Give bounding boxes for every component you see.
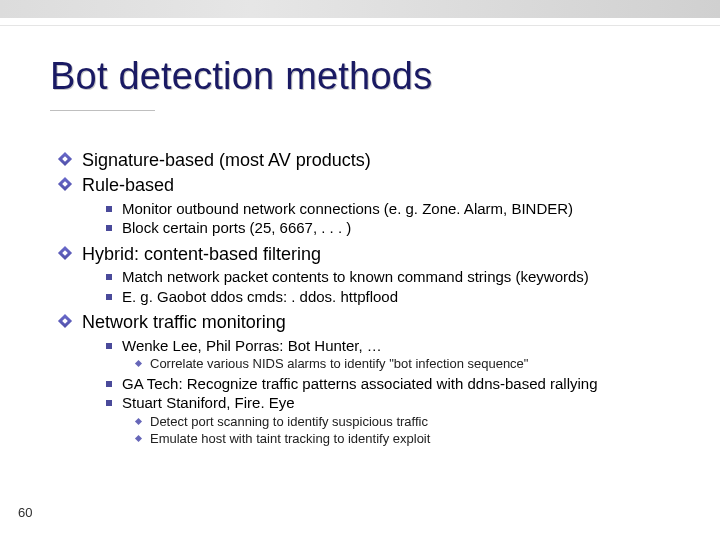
- bullet-l1: Rule-based: [60, 175, 680, 197]
- bullet-l2-list: Match network packet contents to known c…: [60, 268, 680, 306]
- bullet-l2-list: Wenke Lee, Phil Porras: Bot Hunter, … Co…: [60, 337, 680, 446]
- bullet-l3: Emulate host with taint tracking to iden…: [136, 431, 680, 447]
- bullet-l3-list: Correlate various NIDS alarms to identif…: [106, 356, 680, 372]
- bullet-list: Signature-based (most AV products) Rule-…: [60, 150, 680, 446]
- slide: Bot detection methods Signature-based (m…: [0, 0, 720, 540]
- bullet-l3: Correlate various NIDS alarms to identif…: [136, 356, 680, 372]
- bullet-l2: Stuart Staniford, Fire. Eye: [106, 394, 680, 412]
- page-number: 60: [18, 505, 32, 520]
- decorative-top-bar: [0, 0, 720, 18]
- bullet-l2: Monitor outbound network connections (e.…: [106, 200, 680, 218]
- title-underline: [50, 110, 155, 111]
- slide-body: Signature-based (most AV products) Rule-…: [60, 150, 680, 452]
- bullet-l2: GA Tech: Recognize traffic patterns asso…: [106, 375, 680, 393]
- bullet-l1: Signature-based (most AV products): [60, 150, 680, 172]
- bullet-l1: Network traffic monitoring: [60, 312, 680, 334]
- bullet-l2-list: Monitor outbound network connections (e.…: [60, 200, 680, 238]
- bullet-l1: Hybrid: content-based filtering: [60, 244, 680, 266]
- bullet-l3: Detect port scanning to identify suspici…: [136, 414, 680, 430]
- bullet-l2: E. g. Gaobot ddos cmds: . ddos. httpfloo…: [106, 288, 680, 306]
- bullet-l2: Wenke Lee, Phil Porras: Bot Hunter, …: [106, 337, 680, 355]
- slide-title: Bot detection methods: [50, 55, 432, 98]
- bullet-l2: Block certain ports (25, 6667, . . . ): [106, 219, 680, 237]
- bullet-l3-list: Detect port scanning to identify suspici…: [106, 414, 680, 447]
- bullet-l2: Match network packet contents to known c…: [106, 268, 680, 286]
